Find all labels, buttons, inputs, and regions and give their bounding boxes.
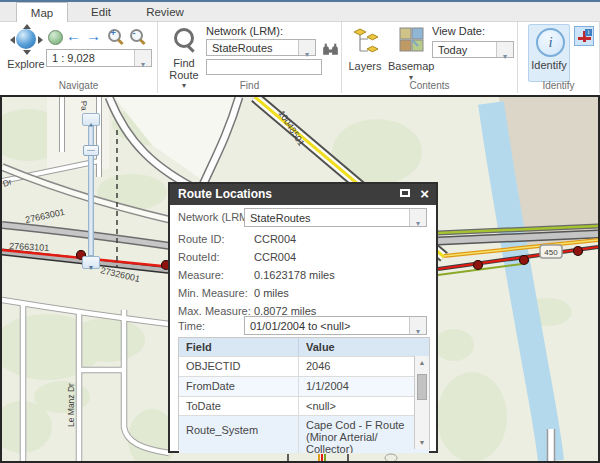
cell-field: OBJECTID <box>179 357 298 376</box>
info-glyph: i <box>548 34 552 50</box>
street-label-top: Pa <box>79 101 89 112</box>
attributes-table: Field Value OBJECTID 2046 FromDate 1/1/2… <box>178 337 430 450</box>
chevron-down-icon: ▾ <box>305 50 309 59</box>
binoculars-icon[interactable] <box>320 40 341 61</box>
explore-right-arrow-icon <box>38 36 43 44</box>
cell-field: FromDate <box>179 377 298 396</box>
group-navigate: Explore ← → + - 1 : 9,028 ▾ Navigate <box>0 22 158 93</box>
close-icon[interactable]: × <box>420 185 429 202</box>
tab-review[interactable]: Review <box>136 2 194 22</box>
magnifier-handle <box>186 44 194 52</box>
explore-left-arrow-icon <box>10 36 15 44</box>
chevron-down-icon: ▾ <box>141 60 145 69</box>
max-measure-label: Max. Measure: <box>178 305 251 317</box>
map-scale-dropdown-button[interactable]: ▾ <box>134 50 151 66</box>
cell-value: 2046 <box>298 357 429 376</box>
network-lrm-label: Network (LRM): <box>206 25 283 37</box>
zoom-slider-thumb[interactable] <box>83 145 99 156</box>
group-identify: i Identify i Identify <box>518 22 600 93</box>
find-route-magnifier-icon <box>174 28 194 48</box>
view-date-combo[interactable]: Today ▾ <box>432 41 514 58</box>
identify-button[interactable]: i Identify <box>528 24 570 82</box>
map-scale-combo[interactable]: 1 : 9,028 ▾ <box>46 49 152 67</box>
next-extent-button[interactable]: → <box>86 28 101 44</box>
basemap-icon <box>399 27 424 52</box>
dialog-network-combo[interactable]: StateRoutes ▾ <box>244 208 427 227</box>
magnifier-handle <box>117 39 123 45</box>
cell-value: <null> <box>298 397 429 415</box>
time-combo[interactable]: 01/01/2004 to <null> ▾ <box>244 316 427 335</box>
tab-map[interactable]: Map <box>16 2 68 23</box>
table-row[interactable]: OBJECTID 2046 <box>179 357 429 377</box>
group-find: Find Route ▾ Network (LRM): StateRoutes … <box>158 22 342 93</box>
info-badge-icon: i <box>585 29 592 36</box>
tab-edit[interactable]: Edit <box>76 2 126 22</box>
min-measure-value: 0 miles <box>254 287 289 299</box>
network-lrm-combo[interactable]: StateRoutes ▾ <box>206 39 316 56</box>
chevron-down-icon: ▾ <box>416 219 420 228</box>
dialog-title-bar[interactable]: Route Locations × <box>170 184 436 205</box>
identify-label: Identify <box>529 59 569 71</box>
table-row[interactable]: Route_System Cape Cod - F Route (Minor A… <box>179 416 429 453</box>
previous-extent-button[interactable]: ← <box>66 28 81 44</box>
table-row[interactable]: FromDate 1/1/2004 <box>179 377 429 397</box>
dialog-network-dropdown-button[interactable]: ▾ <box>409 209 426 226</box>
explore-label: Explore <box>3 58 49 70</box>
cell-value: Cape Cod - F Route (Minor Arterial/ Coll… <box>298 416 429 453</box>
map-scale-value: 1 : 9,028 <box>52 52 95 64</box>
network-lrm-dropdown-button[interactable]: ▾ <box>298 40 315 55</box>
route-id-value: CCR004 <box>254 233 296 245</box>
plus-glyph: + <box>111 28 116 38</box>
explore-down-arrow-icon <box>23 50 31 55</box>
identify-route-locations-tool-button[interactable]: i <box>574 26 594 46</box>
column-header-field: Field <box>179 338 298 356</box>
zoom-slider-up-button[interactable]: ▲ <box>82 113 100 126</box>
table-row[interactable]: ToDate <null> <box>179 397 429 416</box>
route-shield-label: 450 <box>544 248 558 257</box>
dialog-title: Route Locations <box>178 187 272 201</box>
map-zoom-slider: ▲ ▼ <box>81 113 101 269</box>
zoom-slider-down-button[interactable]: ▼ <box>82 256 100 269</box>
routeid-label: RouteId: <box>178 251 220 263</box>
scrollbar-thumb[interactable] <box>417 374 427 400</box>
column-header-value: Value <box>298 338 429 356</box>
street-label-lemanz: Le Manz Dr <box>66 383 76 427</box>
application-window: Map Edit Review Explore ← → + - 1 : 9,02… <box>0 0 600 463</box>
chevron-down-icon: ▾ <box>416 327 420 336</box>
map-label-road-left: 27663101 <box>9 241 50 253</box>
min-measure-label: Min. Measure: <box>178 287 248 299</box>
view-date-label: View Date: <box>432 25 485 37</box>
ribbon-tab-strip: Map Edit Review <box>0 2 600 22</box>
measure-label: Measure: <box>178 269 224 281</box>
group-label-identify: Identify <box>518 80 599 91</box>
scroll-down-button[interactable]: ▼ <box>415 436 429 449</box>
full-extent-globe-icon[interactable] <box>48 30 63 45</box>
network-lrm-value: StateRoutes <box>212 42 273 54</box>
layers-label: Layers <box>344 60 386 72</box>
magnifier-handle <box>139 39 145 45</box>
explore-sphere-icon <box>16 29 36 49</box>
find-route-label-line1: Find <box>162 57 206 69</box>
time-label: Time: <box>178 320 205 332</box>
zoom-out-button[interactable]: - <box>130 29 143 42</box>
scroll-up-button[interactable]: ▲ <box>415 356 429 369</box>
route-input[interactable] <box>206 59 322 75</box>
zoom-in-button[interactable]: + <box>108 29 121 42</box>
time-value: 01/01/2004 to <null> <box>250 320 350 332</box>
maximize-icon[interactable] <box>400 189 410 197</box>
identify-icon: i <box>536 28 565 57</box>
explore-button[interactable]: Explore <box>6 24 46 74</box>
group-label-find: Find <box>158 80 341 91</box>
table-scrollbar[interactable]: ▲ ▼ <box>414 356 429 449</box>
group-contents: Layers Basemap ▾ View Date: Today ▾ Cont… <box>342 22 518 93</box>
minus-glyph: - <box>133 28 136 38</box>
route-locations-dialog: Route Locations × Network (LRM): StateRo… <box>168 182 438 453</box>
time-dropdown-button[interactable]: ▾ <box>409 317 426 334</box>
cell-value: 1/1/2004 <box>298 377 429 396</box>
explore-up-arrow-icon <box>23 24 31 29</box>
view-date-dropdown-button[interactable]: ▾ <box>496 42 513 57</box>
cell-field: Route_System <box>179 416 298 453</box>
ribbon: Explore ← → + - 1 : 9,028 ▾ Navigate Fin… <box>0 22 600 93</box>
cell-field: ToDate <box>179 397 298 415</box>
layers-button[interactable]: Layers <box>344 24 386 86</box>
